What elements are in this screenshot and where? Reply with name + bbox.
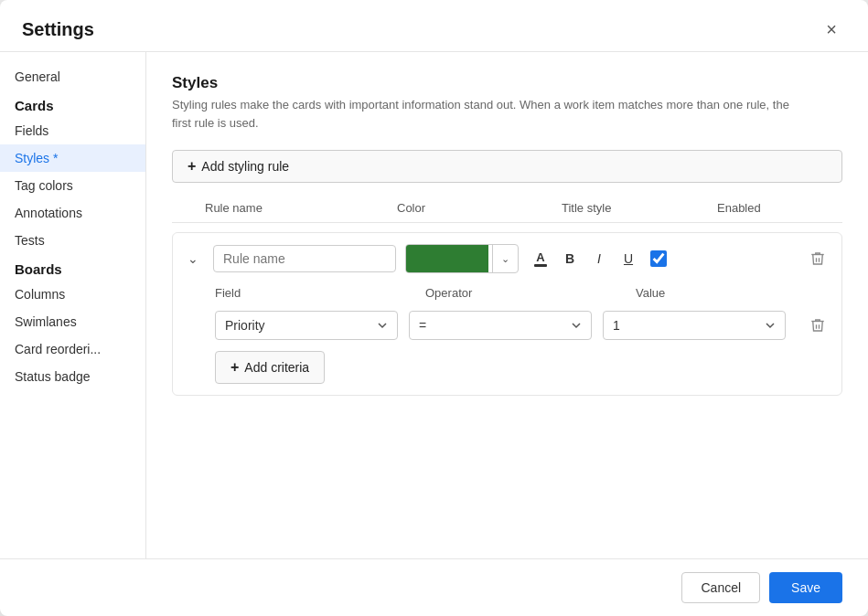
- trash-criteria-icon: [809, 317, 826, 334]
- underline-bar: [534, 264, 547, 267]
- trash-icon: [809, 250, 826, 267]
- table-header: Rule name Color Title style Enabled: [172, 201, 842, 223]
- sidebar-item-styles[interactable]: Styles *: [0, 144, 145, 172]
- section-description: Styling rules make the cards with import…: [172, 96, 794, 132]
- section-title: Styles: [172, 74, 842, 92]
- dialog-body: General Cards Fields Styles * Tag colors…: [0, 52, 868, 558]
- criteria-operator-header: Operator: [425, 286, 636, 300]
- sidebar-item-card-reordering[interactable]: Card reorderi...: [0, 335, 145, 363]
- color-swatch: [406, 244, 488, 273]
- bold-icon: B: [565, 251, 574, 266]
- plus-criteria-icon: +: [230, 359, 239, 376]
- sidebar-item-fields[interactable]: Fields: [0, 117, 145, 144]
- criteria-value-header: Value: [636, 286, 837, 300]
- value-select[interactable]: 1: [603, 311, 786, 340]
- cancel-button[interactable]: Cancel: [681, 572, 760, 603]
- close-button[interactable]: ×: [817, 15, 846, 44]
- add-rule-label: Add styling rule: [201, 159, 289, 174]
- italic-button[interactable]: I: [586, 246, 612, 271]
- header-title-style: Title style: [562, 201, 717, 215]
- text-color-button[interactable]: A: [528, 246, 553, 271]
- text-a-icon: A: [536, 250, 544, 264]
- sidebar: General Cards Fields Styles * Tag colors…: [0, 52, 146, 558]
- header-rule-name: Rule name: [205, 201, 397, 215]
- field-select[interactable]: Priority: [215, 311, 398, 340]
- sidebar-item-swimlanes[interactable]: Swimlanes: [0, 308, 145, 335]
- delete-criteria-button[interactable]: [803, 311, 832, 340]
- color-picker-button[interactable]: ⌄: [405, 244, 519, 273]
- dialog-header: Settings ×: [0, 0, 868, 52]
- rule-name-input[interactable]: [213, 245, 396, 272]
- sidebar-item-annotations[interactable]: Annotations: [0, 199, 145, 227]
- underline-button[interactable]: U: [616, 246, 641, 271]
- delete-rule-button[interactable]: [803, 244, 832, 273]
- main-content: Styles Styling rules make the cards with…: [146, 52, 868, 558]
- sidebar-item-status-badge[interactable]: Status badge: [0, 363, 145, 390]
- expand-rule-button[interactable]: ⌄: [182, 248, 204, 270]
- header-color: Color: [397, 201, 562, 215]
- criteria-header: Field Operator Value: [215, 286, 832, 305]
- rule-row: ⌄ ⌄ A B I U: [172, 232, 842, 396]
- save-button[interactable]: Save: [769, 572, 842, 603]
- criteria-row: Priority = 1: [215, 311, 832, 340]
- criteria-field-header: Field: [215, 286, 425, 300]
- rule-top: ⌄ ⌄ A B I U: [182, 244, 832, 273]
- add-criteria-button[interactable]: + Add criteria: [215, 351, 325, 384]
- dialog-footer: Cancel Save: [0, 558, 868, 616]
- plus-icon: +: [188, 158, 196, 175]
- criteria-section: Field Operator Value Priority = 1: [182, 286, 832, 384]
- title-style-group: A B I U: [528, 246, 641, 271]
- add-styling-rule-button[interactable]: + Add styling rule: [172, 150, 842, 183]
- color-dropdown-icon: ⌄: [492, 245, 518, 272]
- sidebar-item-tests[interactable]: Tests: [0, 227, 145, 254]
- sidebar-section-cards: Cards: [0, 90, 145, 117]
- italic-icon: I: [597, 251, 601, 266]
- sidebar-item-tag-colors[interactable]: Tag colors: [0, 172, 145, 199]
- dialog-title: Settings: [22, 19, 94, 40]
- enabled-checkbox[interactable]: [650, 250, 667, 267]
- settings-dialog: Settings × General Cards Fields Styles *…: [0, 0, 868, 616]
- add-criteria-label: Add criteria: [244, 360, 309, 375]
- operator-select[interactable]: =: [409, 311, 592, 340]
- header-enabled: Enabled: [717, 201, 827, 215]
- sidebar-item-columns[interactable]: Columns: [0, 281, 145, 308]
- sidebar-item-general[interactable]: General: [0, 63, 145, 90]
- bold-button[interactable]: B: [557, 246, 583, 271]
- underline-icon: U: [624, 251, 633, 266]
- sidebar-section-boards: Boards: [0, 254, 145, 281]
